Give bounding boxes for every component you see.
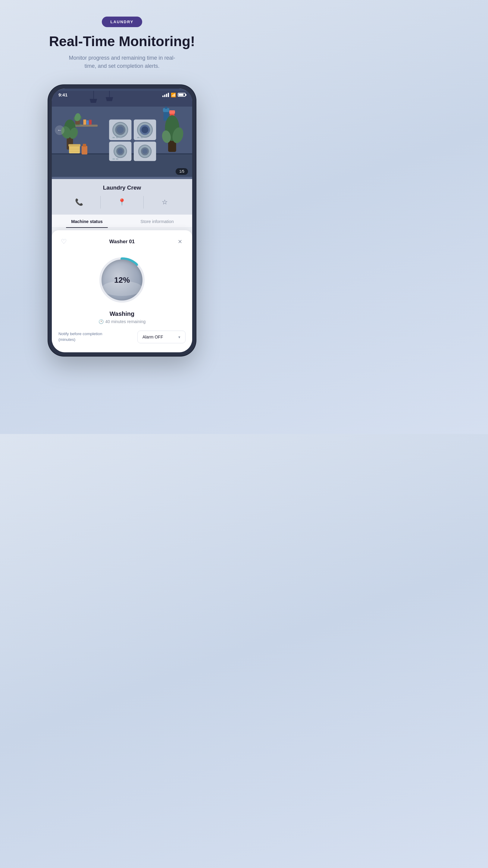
hero-image: 9:41 📶 ←	[52, 89, 192, 179]
svg-rect-11	[84, 120, 87, 125]
call-button[interactable]: 📞	[58, 196, 101, 209]
battery-icon	[178, 93, 186, 97]
store-actions: 📞 📍 ☆	[58, 196, 186, 209]
page-headline: Real-Time Monitoring!	[49, 34, 195, 49]
category-badge: LAUNDRY	[102, 17, 142, 27]
image-counter: 1/5	[175, 168, 188, 175]
tab-store-information[interactable]: Store information	[122, 215, 192, 227]
laundry-room-illustration	[52, 89, 192, 179]
sheet-header: ♡ Washer 01 ✕	[59, 236, 186, 247]
svg-point-26	[117, 127, 124, 133]
location-button[interactable]: 📍	[101, 196, 143, 209]
notify-row: Notify before completion (minutes) Alarm…	[59, 331, 186, 343]
svg-rect-41	[141, 137, 143, 138]
progress-percent: 12%	[114, 276, 130, 285]
tab-bar: Machine status Store information	[52, 215, 192, 228]
svg-rect-35	[116, 158, 119, 160]
svg-rect-18	[169, 110, 175, 114]
washer-detail-sheet: ♡ Washer 01 ✕ 12% Washing	[52, 230, 192, 352]
notify-label: Notify before completion (minutes)	[59, 331, 107, 343]
tab-machine-status[interactable]: Machine status	[52, 215, 122, 227]
svg-rect-13	[89, 120, 92, 125]
store-name: Laundry Crew	[58, 184, 186, 191]
time-remaining-text: 40 minutes remaining	[105, 319, 146, 324]
status-time: 9:41	[59, 92, 67, 97]
star-icon: ☆	[162, 198, 168, 206]
svg-rect-51	[68, 144, 80, 147]
svg-rect-57	[83, 144, 86, 147]
svg-rect-16	[165, 107, 167, 109]
status-bar: 9:41 📶	[52, 89, 192, 99]
clock-icon: 🕐	[98, 319, 104, 324]
status-icons: 📶	[162, 93, 186, 97]
wifi-icon: 📶	[171, 93, 176, 97]
phone-screen: 9:41 📶 ←	[52, 89, 192, 352]
store-card: Laundry Crew 📞 📍 ☆	[52, 179, 192, 215]
washing-status: Washing	[110, 310, 135, 317]
svg-rect-29	[119, 137, 122, 138]
close-button[interactable]: ✕	[175, 236, 186, 247]
svg-rect-40	[137, 137, 139, 138]
svg-rect-28	[116, 137, 119, 138]
back-arrow-icon[interactable]: ←	[55, 125, 64, 135]
phone-mockup: 9:41 📶 ←	[48, 85, 196, 356]
svg-rect-27	[113, 137, 115, 138]
phone-icon: 📞	[75, 198, 83, 206]
chevron-down-icon: ▾	[178, 335, 181, 339]
svg-rect-34	[113, 158, 115, 160]
alarm-value: Alarm OFF	[142, 335, 163, 339]
page-subheadline: Monitor progress and remaining time in r…	[65, 54, 179, 71]
svg-rect-56	[82, 146, 87, 155]
svg-rect-12	[87, 121, 89, 125]
svg-point-33	[118, 149, 123, 154]
favorite-button[interactable]: ☆	[144, 196, 186, 209]
svg-point-45	[142, 149, 148, 154]
washer-title: Washer 01	[109, 239, 135, 245]
heart-button[interactable]: ♡	[59, 236, 69, 247]
alarm-dropdown[interactable]: Alarm OFF ▾	[137, 331, 186, 343]
progress-ring: 12%	[96, 254, 148, 306]
svg-point-39	[141, 127, 149, 133]
location-icon: 📍	[118, 198, 126, 206]
time-remaining: 🕐 40 minutes remaining	[98, 319, 146, 324]
signal-icon	[162, 93, 169, 97]
washer-window: 12%	[101, 259, 142, 301]
progress-section: 12% Washing 🕐 40 minutes remaining	[59, 254, 186, 324]
